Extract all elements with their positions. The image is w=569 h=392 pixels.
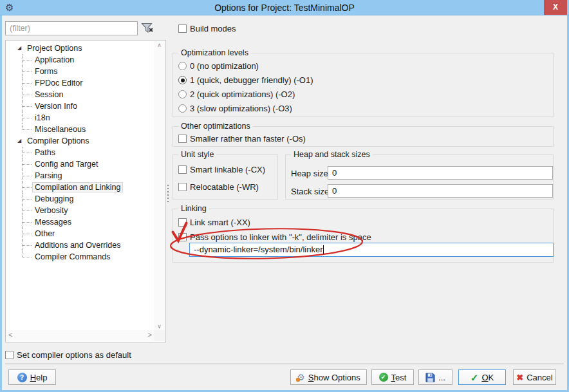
checkbox-label: Smaller rather than faster (-Os) [190,134,306,144]
linker-options-input[interactable]: --dynamic-linker=/system/bin/linker [189,243,554,257]
tree-item-version-info[interactable]: Version Info [6,100,154,112]
tree-item-label: Config and Target [35,160,98,169]
cancel-button[interactable]: ✖ Cancel [513,369,556,385]
tree-item-miscellaneous[interactable]: Miscellaneous [6,124,154,135]
radio-opt-1[interactable]: 1 (quick, debugger friendly) (-O1) [178,75,313,85]
checkbox-box [178,218,187,227]
tree-item-compiler-options[interactable]: ◢Compiler Options [6,135,154,147]
checkbox-label: Pass options to linker with "-k", delimi… [190,232,371,242]
tree-item-label: Parsing [35,171,62,180]
tree-item-compiler-commands[interactable]: Compiler Commands [6,251,154,263]
groupbox-title: Other optimizations [178,122,253,131]
tree-item-config-and-target[interactable]: Config and Target [6,158,154,170]
button-label: Show Options [308,373,360,382]
test-check-icon: ✓ [379,373,388,382]
scroll-left-icon[interactable]: < [8,331,12,339]
button-label: Test [391,373,407,382]
groupbox-title: Heap and stack sizes [291,150,373,159]
groupbox-title: Optimization levels [178,48,251,57]
scrollbar-corner [154,330,165,341]
radio-circle [178,104,187,113]
button-label: Cancel [527,373,552,382]
groupbox-title: Linking [178,204,209,213]
tree-item-forms[interactable]: Forms [6,66,154,77]
radio-label: 1 (quick, debugger friendly) (-O1) [190,75,313,85]
tree-item-label: Forms [35,67,57,76]
clear-filter-button[interactable] [140,23,156,35]
tree-item-label: FPDoc Editor [35,79,82,88]
scroll-right-icon[interactable]: > [148,331,152,339]
ok-button[interactable]: ✓ OK [458,369,506,385]
test-button[interactable]: ✓ Test [371,369,414,385]
scroll-up-icon[interactable]: ∧ [154,42,165,48]
groupbox-title: Unit style [178,150,216,159]
pass-options-to-linker-checkbox[interactable]: Pass options to linker with "-k", delimi… [178,232,371,242]
build-modes-checkbox[interactable]: Build modes [178,24,236,33]
groupbox-other-optimizations: Other optimizations Smaller rather than … [173,126,554,147]
tree-splitter-grip[interactable] [167,184,170,203]
check-glyph: ✓ [381,374,386,380]
tree-item-label: Project Options [27,44,82,53]
tree-item-paths[interactable]: Paths [6,147,154,158]
gear-icon: ⚙ [297,373,305,382]
heap-size-input[interactable] [328,166,553,180]
relocatable-checkbox[interactable]: Relocatable (-WR) [178,182,259,192]
save-options-button[interactable]: ... [418,369,452,385]
funnel-icon [141,23,155,33]
tree-expanded-icon[interactable]: ◢ [17,135,21,147]
tree-content: ◢Project Options Application Forms FPDoc… [6,42,154,330]
tree-item-session[interactable]: Session [6,89,154,100]
tree-horizontal-scrollbar[interactable]: < > [6,330,154,341]
groupbox-unit-style: Unit style Smart linkable (-CX) Relocata… [173,154,278,200]
smaller-rather-than-faster-checkbox[interactable]: Smaller rather than faster (-Os) [178,134,306,144]
tree-item-i18n[interactable]: i18n [6,112,154,124]
close-button[interactable]: X [544,0,567,15]
radio-circle [178,62,187,70]
checkbox-box [178,183,187,191]
tree-item-application[interactable]: Application [6,54,154,66]
tree-item-label: Miscellaneous [35,125,86,134]
tree-item-messages[interactable]: Messages [6,216,154,228]
radio-opt-2[interactable]: 2 (quick optimizations) (-O2) [178,89,295,99]
options-tree: ◢Project Options Application Forms FPDoc… [5,40,166,342]
help-button[interactable]: ? Help [8,369,56,385]
tree-vertical-scrollbar[interactable]: ∧ ∨ [154,41,165,330]
tree-expanded-icon[interactable]: ◢ [17,42,21,54]
tree-item-other[interactable]: Other [6,228,154,239]
link-smart-checkbox[interactable]: Link smart (-XX) [178,218,250,227]
ok-check-icon: ✓ [471,373,479,382]
stack-size-input[interactable] [328,184,553,198]
window-border-left [0,15,2,392]
text-caret [323,245,324,254]
checkbox-box [5,351,14,359]
set-compiler-options-default-checkbox[interactable]: Set compiler options as default [5,350,131,360]
scroll-down-icon[interactable]: ∨ [154,323,165,330]
titlebar[interactable]: ⚙ Options for Project: TestMinimalOP X [0,0,569,15]
filter-input[interactable] [5,21,138,35]
tree-item-compilation-and-linking[interactable]: Compilation and Linking [6,182,154,193]
tree-item-verbosity[interactable]: Verbosity [6,205,154,216]
tree-item-label: Compiler Commands [35,252,110,261]
radio-label: 0 (no optimization) [190,61,259,71]
tree-item-fpdoc-editor[interactable]: FPDoc Editor [6,77,154,89]
radio-circle [178,90,187,98]
tree-item-debugging[interactable]: Debugging [6,193,154,205]
tree-item-label: Session [35,90,63,99]
tree-item-label: Application [35,55,74,64]
tree-item-project-options[interactable]: ◢Project Options [6,42,154,54]
gear-accent-dot [296,378,300,382]
options-dialog: ⚙ Options for Project: TestMinimalOP X B… [0,0,569,392]
radio-opt-0[interactable]: 0 (no optimization) [178,61,259,71]
show-options-button[interactable]: ⚙ Show Options [290,369,367,385]
smart-linkable-checkbox[interactable]: Smart linkable (-CX) [178,165,265,174]
tree-item-additions-and-overrides[interactable]: Additions and Overrides [6,239,154,251]
groupbox-heap-stack: Heap and stack sizes Heap size (-Ch) Sta… [285,154,554,200]
tree-item-parsing[interactable]: Parsing [6,170,154,182]
checkbox-label: Set compiler options as default [17,350,131,360]
radio-opt-3[interactable]: 3 (slow optimizations) (-O3) [178,104,292,113]
question-mark: ? [20,374,24,381]
groupbox-optimization-levels: Optimization levels 0 (no optimization) … [173,53,554,117]
tree-item-label: Additions and Overrides [35,241,120,250]
tree-item-label: Other [35,229,55,238]
tree-item-label: Compiler Options [27,136,89,145]
